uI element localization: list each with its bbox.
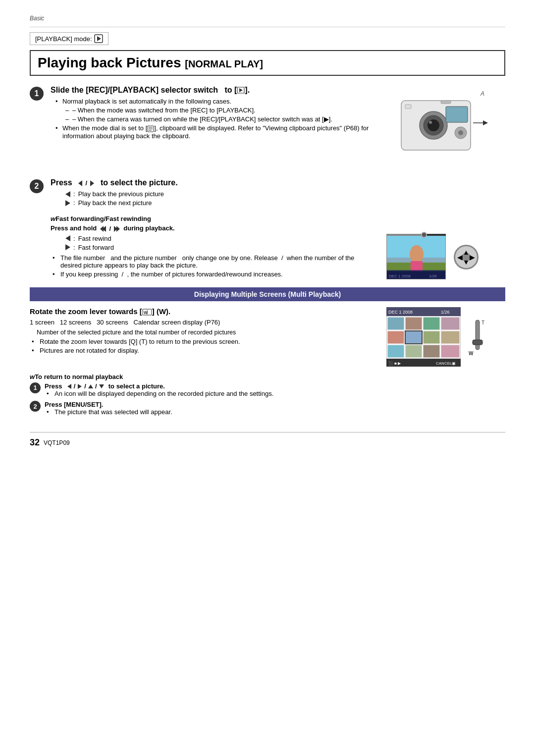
multi-thumb-svg: DEC 1 2008 1/26 [386,307,461,367]
svg-rect-17 [441,101,451,104]
svg-marker-63 [88,384,93,388]
svg-marker-20 [483,120,488,125]
step1-sub-bullets: – When the mode was switched from the [R… [55,107,389,123]
step2-row: 2 Press / to select the picture. : Play … [30,178,505,208]
zoom-bullets: Rotate the zoom lever towards [Q] (T) to… [30,338,376,354]
nav-left: ◀ [457,253,463,261]
step2-content: Press / to select the picture. : Play ba… [51,178,505,208]
multi-playback-bar: Displaying Multiple Screens (Multi Playb… [30,287,505,301]
svg-text:DEC 1 2008: DEC 1 2008 [388,310,413,315]
fast-content-row: : Fast rewind : Fast forward The file nu… [51,235,505,279]
top-divider [30,27,505,27]
svg-point-11 [428,119,439,131]
playback-mode-icon [92,34,103,43]
svg-marker-61 [67,384,71,389]
svg-text:T: T [482,320,484,325]
svg-marker-24 [100,226,104,232]
svg-rect-44 [423,317,440,330]
svg-rect-46 [387,331,404,344]
multi-right: DEC 1 2008 1/26 [386,307,505,368]
prev-picture-row: : Play back the previous picture [51,190,505,198]
next-picture-row: : Play back the next picture [51,199,505,207]
svg-marker-21 [78,180,82,186]
camera-svg: A [396,86,505,170]
svg-point-30 [410,245,424,263]
multi-thumb-wrap: DEC 1 2008 1/26 [386,307,461,368]
zoom-bullet-2: Pictures are not rotated for display. [30,347,376,354]
multi-left: Rotate the zoom lever towards [W] (W). 1… [30,307,376,368]
step2-num: 2 [30,179,44,193]
playback-preview: DEC 1 2008 1/26 [386,235,446,279]
svg-rect-48 [423,331,440,344]
ret-right-icon [76,382,83,390]
nav-right: ▶ [470,253,475,261]
fast-right: DEC 1 2008 1/26 ▲ ▼ ◀ ▶ [386,235,505,279]
svg-rect-31 [411,261,423,271]
zoom-lever-wrap: W T [468,318,487,357]
left-tri-icon [65,191,70,197]
svg-text:DEC 1 2008: DEC 1 2008 [389,274,411,278]
svg-marker-1 [97,36,101,41]
time-bar [386,234,446,236]
step2-heading: Press / to select the picture. [51,178,505,187]
multi-section: Rotate the zoom lever towards [W] (W). 1… [30,307,505,368]
basic-label: Basic [30,15,505,22]
step1-sub-2: – When the camera was turned on while th… [65,115,389,123]
rewind-tri-icon [65,235,70,241]
svg-rect-49 [441,331,460,344]
time-indicator [421,232,427,238]
step1-bullet-2: When the mode dial is set to [], clipboa… [55,124,389,140]
svg-point-15 [458,130,463,135]
ret-down-icon [98,382,105,390]
svg-point-12 [429,121,432,124]
playback-mode-label: [PLAYBACK] mode: [35,35,92,43]
step1-bullets: Normal playback is set automatically in … [51,98,389,140]
svg-text:CANCEL▣: CANCEL▣ [436,361,456,366]
fast-forward-label: Fast forward [78,244,114,251]
screen-options: 1 screen 12 screens 30 screens Calendar … [30,319,376,326]
svg-text:A: A [480,90,484,97]
right-arrow-icon [88,178,96,187]
colon-sep: : [73,190,75,198]
step1-bullet-1: Normal playback is set automatically in … [55,98,389,105]
page-title: Playing back Pictures [NORMAL PLAY] [38,55,497,71]
return-step2-num: 2 [30,401,41,412]
page-container: Basic [PLAYBACK] mode: Playing back Pict… [30,15,505,448]
svg-text:W: W [144,310,148,315]
return-step2: 2 Press [MENU/SET]. The picture that was… [30,401,505,417]
colon-sep4: : [73,244,75,251]
ret-up-icon [87,382,94,390]
zoom-lever-svg: W T [468,318,487,357]
return-step1-label: Press / / / to select a picture. [45,382,273,390]
fast-note2: If you keep pressing / , the number of p… [51,270,376,278]
press-hold-line: Press and hold / during playback. [51,224,505,233]
fast-left: : Fast rewind : Fast forward The file nu… [51,235,376,279]
fast-section: wFast forwarding/Fast rewinding Press an… [51,215,505,279]
svg-rect-16 [405,105,411,108]
svg-rect-45 [441,317,460,330]
svg-rect-53 [441,345,460,358]
fast-section-title: wFast forwarding/Fast rewinding [51,215,505,222]
return-step1-bullets: An icon will be displayed depending on t… [45,390,273,397]
colon-sep3: : [73,235,75,242]
svg-rect-57 [476,320,480,350]
fast-note1: The file number and the picture number o… [51,254,376,269]
playback-image: DEC 1 2008 1/26 [386,235,446,279]
fast-right-icon [112,224,120,233]
svg-text:⬛ ■ ▶: ⬛ ■ ▶ [388,361,401,366]
svg-marker-22 [90,180,94,186]
return-step1-num: 1 [30,382,41,393]
return-title: wTo return to normal playback [30,373,505,380]
camera-diagram: A [396,86,505,171]
svg-marker-62 [78,384,82,389]
svg-rect-43 [405,317,422,330]
ret-left-icon [66,382,73,390]
svg-marker-3 [239,88,243,92]
svg-rect-58 [473,340,482,345]
fast-rewind-label: Fast rewind [78,235,111,242]
svg-text:W: W [469,351,474,356]
step1-heading: Slide the [REC]/[PLAYBACK] selector swit… [51,86,389,95]
step1-num: 1 [30,87,44,101]
svg-marker-64 [99,384,104,388]
return-step2-label: Press [MENU/SET]. [45,401,172,408]
